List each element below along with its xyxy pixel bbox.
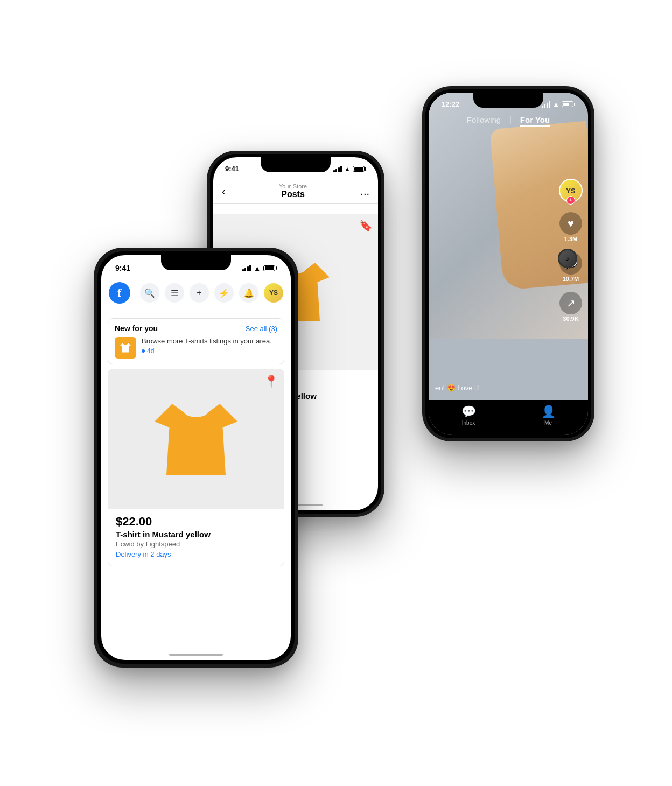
- fb-store-more-button[interactable]: ...: [360, 185, 369, 198]
- tiktok-music-disc: ♪: [558, 249, 577, 268]
- fb-bell-icon: 🔔: [243, 288, 254, 298]
- tiktok-status-icons: ▲: [542, 100, 575, 108]
- fb-store-bookmark-icon[interactable]: 🔖: [359, 219, 373, 232]
- fb-product-image: 📍: [108, 369, 284, 509]
- tiktok-heart-icon[interactable]: ♥: [559, 212, 582, 235]
- tiktok-following-tab[interactable]: Following: [467, 115, 501, 127]
- fb-notification-title: New for you: [115, 324, 158, 333]
- tiktok-comments-count: 10.7M: [563, 276, 579, 282]
- fb-menu-icon: ☰: [171, 288, 178, 298]
- facebook-marketplace-phone: 9:41 ▲: [94, 248, 298, 668]
- tiktok-nav-separator: |: [509, 115, 512, 127]
- tiktok-nav[interactable]: Following | For You: [429, 115, 588, 127]
- fb-content: New for you See all (3) Brows: [101, 312, 291, 660]
- fb-notification-icon: [115, 337, 136, 359]
- fb-store-header: ‹ Your-Store Posts ...: [213, 179, 378, 204]
- tiktok-phone: 12:22 ▲: [422, 86, 594, 441]
- fb-logo[interactable]: f: [109, 282, 130, 304]
- fb-store-subtitle: Your-Store: [279, 183, 307, 190]
- tiktok-share-icon[interactable]: ↗: [559, 292, 582, 314]
- fb-wifi-icon: ▲: [254, 264, 261, 272]
- fb-notification-banner: New for you See all (3) Brows: [108, 318, 284, 364]
- fb-product-seller: Ecwid by Lightspeed: [116, 540, 276, 548]
- fb-product-card[interactable]: 📍 $22.00 T-shirt in Mustard yellow Ecwid…: [108, 369, 284, 566]
- fb-search-icon: 🔍: [144, 288, 155, 298]
- fb-messenger-button[interactable]: ⚡: [214, 283, 234, 303]
- fb-time: 9:41: [115, 264, 130, 272]
- wifi-icon: ▲: [552, 100, 559, 108]
- fb-notification-dot: [142, 349, 145, 353]
- fb-store-title-area: Your-Store Posts: [279, 183, 307, 199]
- fb-battery-icon: [263, 265, 277, 271]
- fb-product-price: $22.00: [116, 515, 276, 529]
- fb-user-avatar[interactable]: YS: [264, 283, 283, 303]
- tiktok-shares-count: 30.9K: [563, 315, 578, 322]
- fb-store-battery-icon: [353, 166, 366, 172]
- tiktok-me-nav[interactable]: 👤 Me: [541, 405, 556, 426]
- tiktok-notch: [473, 93, 543, 108]
- fb-messenger-icon: ⚡: [219, 288, 229, 298]
- battery-icon: [562, 101, 575, 107]
- fb-tshirt-main-image: [137, 380, 255, 499]
- tiktok-inbox-label: Inbox: [462, 420, 475, 426]
- tiktok-inbox-icon: 💬: [461, 405, 476, 419]
- tiktok-follow-button[interactable]: +: [566, 196, 575, 205]
- fb-status-icons: ▲: [242, 264, 277, 272]
- fb-notification-header: New for you See all (3): [115, 324, 277, 333]
- fb-store-status-icons: ▲: [333, 165, 366, 173]
- fb-add-button[interactable]: +: [190, 283, 209, 303]
- tiktok-inbox-nav[interactable]: 💬 Inbox: [461, 405, 476, 426]
- fb-notification-time: 4d: [142, 347, 277, 355]
- fb-product-name: T-shirt in Mustard yellow: [116, 530, 276, 539]
- fb-notifications-button[interactable]: 🔔: [239, 283, 258, 303]
- fb-search-button[interactable]: 🔍: [140, 283, 159, 303]
- fb-location-pin-icon: 📍: [264, 375, 278, 389]
- tiktok-me-icon: 👤: [541, 405, 556, 419]
- scene: 12:22 ▲: [67, 43, 605, 743]
- tiktok-share-action[interactable]: ↗ 30.9K: [559, 292, 582, 322]
- tiktok-home-indicator: [481, 429, 535, 431]
- fb-store-title: Posts: [279, 190, 307, 199]
- fb-notification-message: Browse more T-shirts listings in your ar…: [142, 337, 277, 346]
- fb-store-wifi-icon: ▲: [344, 165, 351, 173]
- signal-icon: [542, 101, 551, 108]
- fb-store-signal-icon: [333, 166, 342, 172]
- tiktok-me-label: Me: [544, 420, 552, 426]
- fb-store-time: 9:41: [225, 165, 239, 173]
- fb-notch: [161, 255, 231, 270]
- fb-nav-icons: 🔍 ☰ + ⚡ 🔔: [140, 283, 283, 303]
- fb-navbar: f 🔍 ☰ + ⚡: [101, 278, 291, 308]
- fb-tshirt-notif-icon: [118, 340, 133, 355]
- fb-menu-button[interactable]: ☰: [165, 283, 184, 303]
- tiktok-sidebar: YS + ♥ 1.3M 💬 10.7M ↗ 30.9K: [559, 179, 583, 322]
- fb-store-notch: [261, 157, 331, 172]
- tiktok-likes-action[interactable]: ♥ 1.3M: [559, 212, 582, 242]
- fb-store-back-button[interactable]: ‹: [222, 185, 226, 198]
- tiktok-time: 12:22: [442, 100, 459, 108]
- fb-add-icon: +: [197, 288, 201, 298]
- fb-notification-text: Browse more T-shirts listings in your ar…: [142, 337, 277, 355]
- tiktok-likes-count: 1.3M: [564, 236, 577, 242]
- fb-home-indicator: [169, 654, 223, 656]
- fb-product-delivery: Delivery in 2 days: [116, 550, 276, 558]
- fb-notification-item: Browse more T-shirts listings in your ar…: [115, 337, 277, 359]
- tiktok-comment-preview: en! 😍 Love it!: [435, 384, 556, 392]
- fb-signal-icon: [242, 265, 251, 271]
- fb-product-info: $22.00 T-shirt in Mustard yellow Ecwid b…: [108, 509, 284, 566]
- fb-see-all-button[interactable]: See all (3): [246, 325, 277, 333]
- tiktok-creator-avatar[interactable]: YS +: [559, 179, 583, 202]
- tiktok-for-you-tab[interactable]: For You: [520, 115, 550, 127]
